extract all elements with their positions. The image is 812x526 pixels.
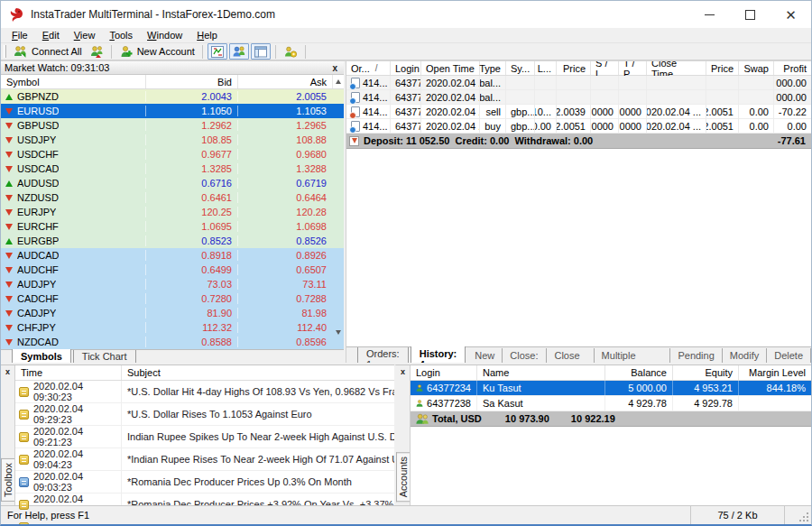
column-header-login[interactable]: Login [391,61,421,75]
market-watch-row[interactable]: AUDJPY 73.03 73.11 [1,277,344,291]
column-header-name[interactable]: Name [477,365,605,380]
toolbar-separator [275,45,276,59]
order-price [557,76,591,89]
column-header-order[interactable]: Or.../ [346,61,391,75]
column-header-bid[interactable]: Bid [145,75,237,88]
disconnect-all-button[interactable] [86,43,107,60]
connect-all-button[interactable]: Connect All [10,43,86,60]
toolbox-close-icon[interactable]: x [5,365,10,378]
market-watch-row[interactable]: CHFJPY 112.32 112.40 [1,320,344,335]
market-watch-row[interactable]: USDCHF 0.9677 0.9680 [1,147,344,161]
history-tab[interactable]: Modify [723,348,767,363]
accounts-toggle-button[interactable] [229,43,249,60]
history-row[interactable]: 414... 64377... 2020.02.04 ... sell gbp.… [346,105,811,119]
market-watch-row[interactable]: CADJPY 81.90 81.98 [1,306,344,320]
market-watch-row[interactable]: USDCAD 1.3285 1.3288 [1,161,344,176]
menu-item[interactable]: Help [189,29,225,42]
column-header-time[interactable]: Time [15,365,122,380]
column-header-swap[interactable]: Swap [739,61,774,75]
account-row[interactable]: 64377234 Ku Tasut 5 000.00 4 953.21 844.… [411,381,811,396]
history-row[interactable]: 414... 64377... 2020.02.04 ... buy gbp..… [346,119,811,134]
order-id: 414... [363,121,388,132]
history-rows: 414... 64377... 2020.02.04 ... bal... 5 … [346,76,811,134]
market-watch-row[interactable]: AUDUSD 0.6716 0.6719 [1,176,344,190]
history-tab[interactable]: Pending [670,348,722,363]
scroll-up-arrow[interactable] [332,75,344,88]
column-header-sl[interactable]: S / L [591,61,619,75]
history-tab[interactable]: Delete [767,348,811,363]
column-header-equity[interactable]: Equity [673,365,739,380]
market-watch-tab[interactable]: Symbols [12,349,71,363]
bid-value: 0.6716 [145,178,237,189]
market-watch-row[interactable]: GBPUSD 1.2962 1.2965 [1,118,344,133]
menu-item[interactable]: Window [140,29,189,42]
column-header-margin-level[interactable]: Margin Level [739,365,811,380]
news-row[interactable]: 2020.02.04 09:04:23 *Indian Rupee Rises … [15,448,438,471]
news-row[interactable]: 2020.02.04 09:03:23 *Romania Dec Produce… [15,471,438,494]
market-watch-row[interactable]: EURUSD 1.1050 1.1053 [1,104,344,118]
new-account-button[interactable]: New Account [115,43,198,60]
column-header-ask[interactable]: Ask [237,75,332,88]
layout-toggle-button[interactable] [251,43,271,60]
market-watch-row[interactable]: USDJPY 108.85 108.88 [1,133,344,147]
news-table: Time Subject 2020.02.04 09:30:23 *U.S. D… [14,365,450,505]
market-watch-tab[interactable]: Tick Chart [73,350,136,363]
column-header-price[interactable]: Price [557,61,591,75]
history-tab[interactable]: History: 4 [411,346,466,363]
market-watch-toggle-button[interactable] [208,43,227,60]
bid-value: 1.1050 [145,106,237,116]
history-row[interactable]: 414... 64377... 2020.02.04 ... bal... 5 … [346,76,811,90]
market-watch-close-icon[interactable]: x [329,63,340,73]
column-header-lots[interactable]: L... [535,61,557,75]
minimize-button[interactable] [689,1,730,28]
market-watch-row[interactable]: NZDUSD 0.6461 0.6464 [1,190,344,205]
column-header-type[interactable]: Type [480,61,506,75]
market-watch-row[interactable]: EURCHF 1.0695 1.0698 [1,219,344,234]
menu-item[interactable]: Edit [35,29,67,42]
news-row[interactable]: 2020.02.04 09:29:23 *U.S. Dollar Rises T… [15,403,438,426]
column-header-profit[interactable]: Profit [774,61,811,75]
column-header-symbol[interactable]: Sy... [506,61,535,75]
history-tab[interactable]: Close: 1 [503,348,547,363]
column-header-tp[interactable]: T / P [619,61,647,75]
accounts-vertical-label[interactable]: Accounts [396,452,410,502]
market-watch-row[interactable]: EURJPY 120.25 120.28 [1,205,344,219]
manage-accounts-button[interactable] [280,43,301,60]
order-sl: 0.0000 [591,119,619,133]
market-watch-row[interactable]: NZDCAD 0.8588 0.8596 [1,335,344,349]
history-tab[interactable]: Orders: 1 [357,347,409,363]
column-header-close-time[interactable]: Close Time [647,61,706,75]
history-row[interactable]: 414... 64377... 2020.02.04 ... bal... 5 … [346,90,811,105]
history-tab[interactable]: Close By [547,348,594,363]
toolbar-grip[interactable] [4,45,6,58]
column-header-login[interactable]: Login [411,365,477,380]
maximize-button[interactable] [730,1,770,28]
trend-arrow-icon [5,94,13,100]
menu-item[interactable]: File [5,29,35,42]
column-header-close-price[interactable]: Price [706,61,739,75]
market-watch-row[interactable]: AUDCHF 0.6499 0.6507 [1,263,344,277]
close-button[interactable]: ✕ [770,1,811,28]
market-watch-row[interactable]: CADCHF 0.7280 0.7288 [1,291,344,306]
toolbox-vertical-label[interactable]: Toolbox [1,458,14,502]
accounts-close-icon[interactable]: x [401,365,405,378]
history-tab[interactable]: Multiple Close By [595,348,671,363]
menu-item[interactable]: Tools [102,29,140,42]
menu-item[interactable]: View [67,29,103,42]
scroll-down-arrow[interactable] [336,335,341,346]
market-watch-row[interactable]: GBPNZD 2.0043 2.0055 [1,89,344,104]
news-icon [19,500,29,510]
history-tab[interactable]: New [467,348,503,363]
market-watch-row[interactable]: EURGBP 0.8523 0.8526 [1,234,344,248]
news-row[interactable]: 2020.02.04 09:21:23 Indian Rupee Spikes … [15,426,438,448]
column-header-symbol[interactable]: Symbol [1,75,145,88]
account-row[interactable]: 64377238 Sa Kasut 4 929.78 4 929.78 [411,396,811,411]
column-header-open-time[interactable]: Open Time [421,61,480,75]
column-header-subject[interactable]: Subject [122,365,438,380]
news-row[interactable]: 2020.02.04 09:30:23 *U.S. Dollar Hit 4-d… [15,381,438,403]
order-type: sell [480,105,506,118]
column-header-balance[interactable]: Balance [605,365,673,380]
market-watch-row[interactable]: AUDCAD 0.8918 0.8926 [1,248,344,263]
resize-grip[interactable] [784,506,811,524]
accounts-header: Login Name Balance Equity Margin Level [411,365,811,381]
